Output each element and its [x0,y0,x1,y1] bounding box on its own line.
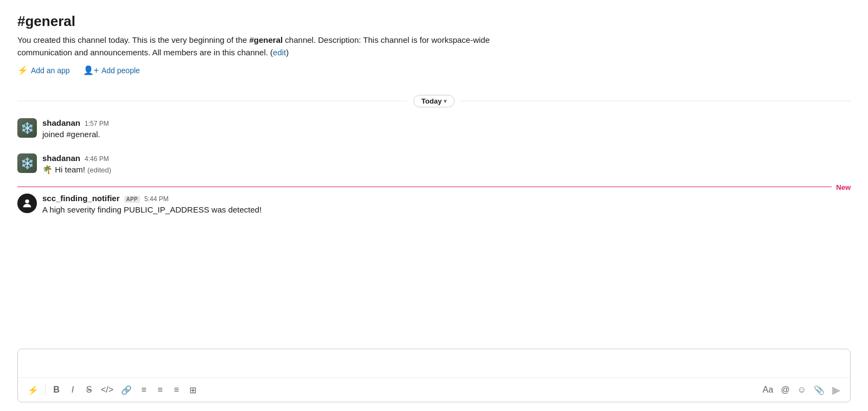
message-header: scc_finding_notifier APP 5:44 PM [42,194,851,203]
indent-button[interactable]: ≡ [169,382,184,397]
strikethrough-icon: S [86,385,92,395]
add-people-label: Add people [101,66,140,75]
lightning-icon: ⚡ [28,385,39,395]
format-icon: Aa [763,385,774,395]
user-avatar-snowflake: ❄️ [17,153,37,173]
message-text: A high severity finding PUBLIC_IP_ADDRES… [42,204,851,216]
edited-label: (edited) [87,166,111,174]
table-button[interactable]: ⊞ [185,382,200,397]
channel-header: #general You created this channel today.… [17,13,851,88]
message-text: 🌴 Hi team!(edited) [42,164,851,176]
add-app-label: Add an app [31,66,70,75]
link-icon: 🔗 [121,385,132,395]
message-time: 1:57 PM [85,120,109,127]
new-messages-line [17,187,851,187]
description-channel-name: #general [250,35,283,44]
message-header: shadanan 4:46 PM [42,153,851,163]
edit-description-link[interactable]: edit [273,48,286,57]
italic-button[interactable]: I [65,382,80,397]
user-avatar-snowflake: ❄️ [17,118,37,138]
send-button[interactable]: ▶ [829,381,844,399]
link-button[interactable]: 🔗 [118,382,135,397]
code-button[interactable]: </> [98,382,117,397]
message-input-area: ⚡ B I S </> 🔗 ≡ ≡ ≡ ⊞ Aa [17,349,851,402]
attach-icon: 📎 [814,385,825,395]
today-chevron: ▾ [444,98,446,104]
mention-button[interactable]: @ [777,382,793,397]
avatar: ❄️ [17,153,37,173]
message-author: shadanan [42,153,80,163]
svg-point-0 [25,200,29,203]
add-app-icon: ⚡ [17,65,28,75]
today-label: Today [422,97,442,105]
attach-button[interactable]: 📎 [810,382,828,397]
add-people-icon: 👤+ [83,65,99,75]
description-close-paren: ) [286,48,289,57]
bold-button[interactable]: B [49,382,64,397]
toolbar-divider [45,384,46,395]
message-row: ❄️ shadanan 1:57 PM joined #general. [17,116,851,143]
bullet-list-icon: ≡ [157,385,162,395]
app-badge: APP [124,196,140,203]
indent-icon: ≡ [174,385,178,395]
ordered-list-icon: ≡ [141,385,146,395]
avatar: ❄️ [17,118,37,138]
message-time: 4:46 PM [85,155,109,163]
message-time: 5:44 PM [144,195,169,203]
mention-icon: @ [781,385,789,395]
description-text-1: You created this channel today. This is … [17,35,250,44]
channel-actions: ⚡ Add an app 👤+ Add people [17,65,851,75]
today-divider: Today ▾ [17,95,851,107]
avatar [17,194,37,213]
new-messages-divider: New [17,187,851,187]
add-app-link[interactable]: ⚡ Add an app [17,65,70,75]
bold-icon: B [53,385,60,395]
message-emoji: 🌴 [42,165,55,174]
table-icon: ⊞ [189,385,196,395]
emoji-icon: ☺ [797,385,806,395]
message-body: Hi team! [55,165,85,174]
message-row: scc_finding_notifier APP 5:44 PM A high … [17,191,851,218]
message-author: shadanan [42,118,80,127]
ordered-list-button[interactable]: ≡ [136,382,151,397]
bullet-list-button[interactable]: ≡ [152,382,168,397]
add-people-link[interactable]: 👤+ Add people [83,65,140,75]
format-button[interactable]: Aa [760,382,777,397]
code-icon: </> [101,385,113,395]
message-content: shadanan 1:57 PM joined #general. [42,118,851,140]
message-content: shadanan 4:46 PM 🌴 Hi team!(edited) [42,153,851,176]
emoji-button[interactable]: ☺ [794,382,809,397]
channel-description: You created this channel today. This is … [17,34,506,59]
message-text: joined #general. [42,129,851,140]
strikethrough-button[interactable]: S [81,382,97,397]
toolbar: ⚡ B I S </> 🔗 ≡ ≡ ≡ ⊞ Aa [18,377,850,402]
message-input[interactable] [18,349,850,377]
new-messages-label: New [832,183,851,191]
lightning-button[interactable]: ⚡ [24,382,42,397]
bot-avatar [17,194,37,213]
message-row: ❄️ shadanan 4:46 PM 🌴 Hi team!(edited) [17,151,851,178]
italic-icon: I [72,385,74,395]
message-content: scc_finding_notifier APP 5:44 PM A high … [42,194,851,216]
messages-area: ❄️ shadanan 1:57 PM joined #general. ❄️ … [17,116,851,342]
message-header: shadanan 1:57 PM [42,118,851,127]
channel-title: #general [17,13,851,30]
toolbar-right: Aa @ ☺ 📎 ▶ [760,381,844,399]
today-pill[interactable]: Today ▾ [413,95,455,107]
message-author: scc_finding_notifier [42,194,120,203]
send-icon: ▶ [832,383,840,396]
